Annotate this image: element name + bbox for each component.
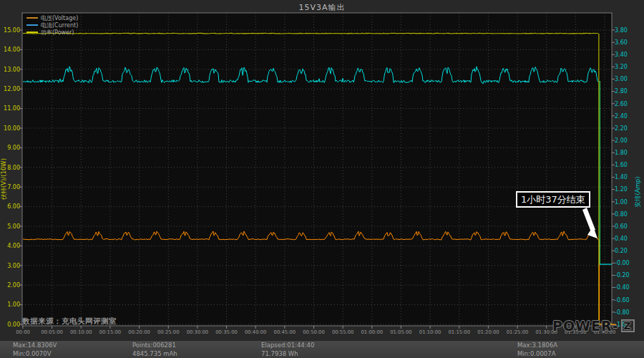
left-axis-tick-label: 12.00 [4,86,20,92]
power-line-swatch [26,32,38,33]
right-axis-tick-label: 0.80 [615,211,628,218]
left-axis-tick-label: 2.00 [7,282,20,289]
right-axis-tick-label: 1.00 [615,199,628,205]
end-annotation: 1小时37分结束 [516,191,590,208]
x-axis-tick-label: 00:05:00 [41,329,63,335]
right-axis-tick-label: 1.40 [615,174,628,180]
x-axis-tick-label: 00:35:00 [215,329,238,335]
left-axis-tick-label: 10.00 [4,125,20,132]
x-axis-tick-label: 01:00:00 [361,329,384,335]
right-axis-tick-label: -0.00 [615,260,630,266]
right-axis-tick-label: 3.00 [615,76,628,82]
status-points: Points:006281 [132,342,177,350]
legend-label-power: 功率(Power) [41,29,74,37]
right-axis-tick-label: 3.20 [615,64,628,70]
left-axis-tick-label: 7.00 [7,184,20,190]
status-current-min: Min:0.0007A [517,350,557,358]
left-axis-tick-label: 8.00 [7,165,20,171]
left-axis-tick-label: 1.00 [7,301,20,308]
voltage-trace [23,33,598,34]
right-axis-tick-label: 3.40 [615,52,628,58]
status-energy: 71.7938 Wh [261,350,314,358]
x-axis-tick-label: 01:10:00 [419,329,441,335]
left-axis-tick-label: 3.00 [7,263,20,269]
x-axis-tick-label: 01:25:00 [507,329,529,335]
plot-background [22,13,612,326]
x-axis-tick-label: 00:00 [16,329,30,335]
right-axis-tick-label: -0.80 [615,309,630,316]
right-axis-tick-label: -0.60 [615,297,630,304]
status-points-capacity: Points:006281 4845.735 mAh [132,342,177,358]
status-bar: Max:14.8306V Min:0.0070V Points:006281 4… [0,340,644,358]
x-axis-tick-label: 00:15:00 [99,329,122,335]
right-axis-tick-label: 2.40 [615,113,628,120]
x-axis-tick-label: 00:50:00 [303,329,325,335]
right-axis-tick-label: -0.40 [615,284,630,291]
left-axis-tick-label: 0.00 [7,321,20,328]
status-voltage-min: Min:0.0070V [13,350,57,358]
chart-plot[interactable]: 15.0014.0013.0012.0011.0010.009.008.007.… [0,0,644,358]
powerz-logo-text: POWER- [552,318,619,334]
status-voltage: Max:14.8306V Min:0.0070V [13,342,57,358]
left-axis-title: 伏特(V)/(10W) [0,147,9,211]
powerz-chart-window: 15V3A输出 15.0014.0013.0012.0011.0010.009.… [0,0,644,358]
right-axis-tick-label: 0.20 [615,248,628,254]
right-axis-tick-label: 2.20 [615,125,628,132]
left-axis-tick-label: 5.00 [7,223,20,230]
left-axis-tick-label: 15.00 [4,27,20,34]
right-axis-title: 安培(Amp) [634,163,643,221]
status-capacity: 4845.735 mAh [132,350,177,358]
voltage-line-swatch [26,17,38,19]
x-axis-tick-label: 01:15:00 [448,329,470,335]
x-axis-tick-label: 00:40:00 [245,329,267,335]
x-axis-tick-label: 01:20:00 [477,329,499,335]
x-axis-tick-label: 00:20:00 [128,329,150,335]
legend-item-voltage[interactable]: 电压(Voltage) [26,14,78,21]
left-axis-tick-label: 13.00 [4,67,20,73]
right-axis-tick-label: 1.80 [615,150,628,156]
right-axis-tick-label: -0.20 [615,272,630,279]
powerz-logo: POWER-Z [552,318,635,334]
x-axis-tick-label: 00:55:00 [332,329,354,335]
x-axis-tick-label: 00:25:00 [157,329,180,335]
legend: 电压(Voltage) 电流(Current) 功率(Power) [26,14,78,36]
right-axis-tick-label: 2.00 [615,137,628,144]
right-axis-tick-label: 3.60 [615,39,628,46]
right-axis-tick-label: 0.60 [615,223,628,230]
right-axis-tick-label: 1.20 [615,186,628,193]
right-axis-tick-label: 0.40 [615,236,628,242]
right-axis-tick-label: 2.80 [615,88,628,95]
status-voltage-max: Max:14.8306V [13,342,57,350]
status-elapsed-energy: Elapsed:01:44:40 71.7938 Wh [261,342,314,358]
left-axis-tick-label: 14.00 [4,47,20,53]
left-axis-tick-label: 6.00 [7,203,20,210]
status-elapsed: Elapsed:01:44:40 [261,342,314,350]
x-axis-tick-label: 00:30:00 [187,329,209,335]
left-axis-tick-label: 4.00 [7,243,20,249]
left-axis-tick-label: 11.00 [4,105,20,112]
x-axis-tick-label: 00:45:00 [274,329,296,335]
powerz-logo-z-icon: Z [621,319,635,332]
status-current: Max:3.1806A Min:0.0007A [517,342,557,358]
legend-item-current[interactable]: 电流(Current) [26,21,78,29]
status-current-max: Max:3.1806A [517,342,557,350]
x-axis-tick-label: 00:10:00 [70,329,92,335]
data-source-watermark: 数据来源：充电头网评测室 [22,316,117,326]
x-axis-tick-label: 01:05:00 [390,329,412,335]
legend-item-power[interactable]: 功率(Power) [26,29,78,36]
right-axis-tick-label: 2.60 [615,101,628,107]
current-line-swatch [26,24,38,26]
right-axis-tick-label: 1.60 [615,162,628,168]
right-axis-tick-label: 3.80 [615,27,628,34]
left-axis-tick-label: 9.00 [7,145,20,151]
